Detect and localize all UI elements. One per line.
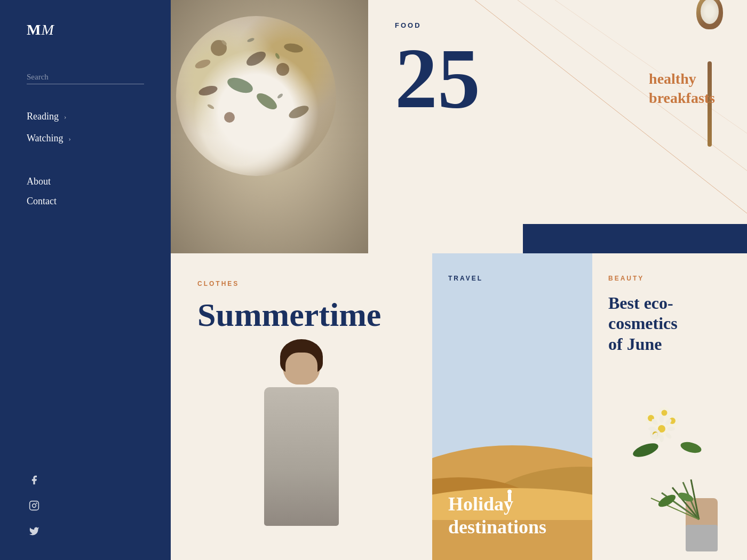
travel-content: TRAVEL Holiday destinations xyxy=(432,253,592,560)
svg-point-7 xyxy=(276,63,289,76)
chevron-right-icon: › xyxy=(64,113,66,121)
spoon-head xyxy=(696,0,723,29)
instagram-icon[interactable] xyxy=(27,498,42,513)
logo[interactable]: MM xyxy=(27,21,144,38)
svg-point-6 xyxy=(198,84,219,98)
svg-point-4 xyxy=(244,49,268,68)
food-description: healthy breakfasts xyxy=(649,69,715,108)
svg-point-57 xyxy=(679,440,702,455)
beauty-title-line2: cosmetics xyxy=(608,313,731,333)
svg-point-8 xyxy=(254,90,280,113)
svg-point-15 xyxy=(274,52,280,59)
svg-point-17 xyxy=(276,93,283,99)
search-container xyxy=(27,70,144,84)
facebook-icon[interactable] xyxy=(27,473,42,487)
bottom-row: CLOTHES Summertime xyxy=(171,253,747,560)
svg-point-54 xyxy=(648,427,656,431)
svg-point-2 xyxy=(36,502,37,504)
nav-watching-label: Watching xyxy=(27,133,63,144)
logo-bold: M xyxy=(27,21,41,38)
nav-item-reading[interactable]: Reading › xyxy=(27,111,144,122)
travel-panel: TRAVEL Holiday destinations xyxy=(432,253,592,560)
svg-point-52 xyxy=(659,435,664,442)
clothes-panel: CLOTHES Summertime xyxy=(171,253,432,560)
svg-point-14 xyxy=(247,37,255,43)
svg-point-11 xyxy=(283,42,304,54)
food-desc-line1: healthy xyxy=(649,69,715,89)
beauty-title: Best eco- cosmetics of June xyxy=(608,293,731,354)
svg-point-56 xyxy=(631,441,660,460)
beauty-title-line3: of June xyxy=(608,334,731,354)
nav-link-contact[interactable]: Contact xyxy=(27,196,144,207)
clothes-title: Summertime xyxy=(197,298,406,331)
clothes-category-label: CLOTHES xyxy=(197,280,406,287)
food-image-panel xyxy=(171,0,368,253)
food-text-panel: FOOD 25 healthy breakfasts xyxy=(368,0,747,253)
chevron-right-icon: › xyxy=(69,134,71,143)
beauty-title-line1: Best eco- xyxy=(608,293,731,313)
person-face xyxy=(285,353,317,385)
svg-point-10 xyxy=(194,58,212,70)
person-figure xyxy=(227,342,376,545)
svg-point-16 xyxy=(206,103,214,110)
person-body xyxy=(264,387,339,526)
navy-accent-bar xyxy=(523,224,747,253)
nav-links: About Contact xyxy=(27,176,144,215)
clothes-image-area xyxy=(197,342,406,545)
svg-rect-30 xyxy=(686,525,718,551)
food-background xyxy=(171,0,368,253)
beauty-image-area xyxy=(608,365,731,551)
food-category-label: FOOD xyxy=(395,21,720,29)
svg-point-5 xyxy=(225,75,255,96)
beauty-panel: BEAUTY Best eco- cosmetics of June xyxy=(592,253,747,560)
spoon-contents xyxy=(701,0,719,24)
flower-bouquet-image xyxy=(608,365,731,551)
nav-item-watching[interactable]: Watching › xyxy=(27,133,144,144)
travel-category-label: TRAVEL xyxy=(448,275,576,282)
nav-link-about[interactable]: About xyxy=(27,176,144,187)
nav-reading-label: Reading xyxy=(27,111,59,122)
svg-point-50 xyxy=(667,427,675,431)
svg-point-9 xyxy=(224,112,235,123)
travel-title-line2: destinations xyxy=(448,516,576,539)
bowl-contents xyxy=(176,16,336,176)
beauty-category-label: BEAUTY xyxy=(608,275,731,282)
person-head xyxy=(283,342,320,385)
nav-section: Reading › Watching › xyxy=(27,111,144,155)
food-desc-line2: breakfasts xyxy=(649,89,715,108)
bowl-image xyxy=(176,16,336,176)
search-input[interactable] xyxy=(27,70,144,84)
travel-title: Holiday destinations xyxy=(448,493,576,539)
social-icons xyxy=(27,473,144,539)
twitter-icon[interactable] xyxy=(27,524,42,539)
svg-point-48 xyxy=(659,415,664,423)
svg-point-12 xyxy=(287,103,311,121)
svg-rect-0 xyxy=(30,501,39,510)
logo-italic: M xyxy=(41,21,54,38)
travel-title-line1: Holiday xyxy=(448,493,576,516)
svg-point-36 xyxy=(656,492,677,509)
sidebar: MM Reading › Watching › About Contact xyxy=(0,0,171,560)
svg-point-1 xyxy=(33,504,36,508)
main-content: FOOD 25 healthy breakfasts CLOTHES Summe… xyxy=(171,0,747,560)
svg-point-45 xyxy=(662,410,667,416)
top-row: FOOD 25 healthy breakfasts xyxy=(171,0,747,253)
